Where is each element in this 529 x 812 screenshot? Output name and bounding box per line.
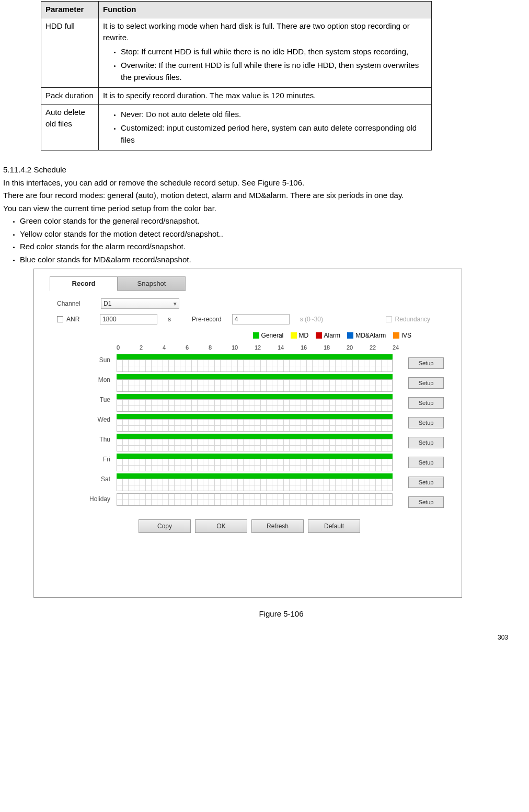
grid-sat[interactable] [117,479,393,491]
legend-general: General [261,331,284,340]
section-number: 5.11.4.2 Schedule [0,164,529,176]
prerecord-range: s (0~30) [300,315,323,324]
section-p2: There are four record modes: general (au… [0,190,529,202]
day-sat: Sat [85,473,117,484]
grid-tue[interactable] [117,399,393,412]
day-tue: Tue [85,394,117,404]
setup-button-wed[interactable]: Setup [408,417,444,428]
grid-wed[interactable] [117,419,393,432]
tick-2: 2 [140,343,163,352]
redundancy-checkbox[interactable] [386,316,392,322]
bar-sat[interactable] [117,473,393,479]
tick-8: 8 [209,343,232,352]
tick-16: 16 [301,343,324,352]
section-b2: Yellow color stands for the motion detec… [20,228,529,240]
tick-10: 10 [232,343,255,352]
legend-ivs: IVS [401,331,411,340]
bar-sun[interactable] [117,354,393,359]
bar-wed[interactable] [117,414,393,419]
day-thu: Thu [85,434,117,444]
day-wed: Wed [85,414,117,424]
parameter-table: Parameter Function HDD full It is to sel… [41,1,432,150]
figure-caption: Figure 5-106 [33,608,529,620]
day-sun: Sun [85,354,117,365]
bar-fri[interactable] [117,454,393,459]
legend-alarm: Alarm [324,331,340,340]
anr-checkbox[interactable] [57,316,63,322]
section-p1: In this interfaces, you can add or remov… [0,177,529,189]
legend: General MD Alarm MD&Alarm IVS [34,331,462,341]
setup-button-fri[interactable]: Setup [408,457,444,468]
grid-thu[interactable] [117,439,393,451]
tab-snapshot[interactable]: Snapshot [118,276,186,291]
legend-sw-mdalarm [347,332,353,339]
grid-holiday[interactable] [117,493,393,506]
legend-sw-alarm [316,332,322,339]
th-function: Function [99,2,432,18]
tick-18: 18 [324,343,347,352]
func-auto-delete-b1: Never: Do not auto delete old files. [121,109,427,121]
channel-select[interactable]: D1 [101,298,179,309]
grid-fri[interactable] [117,459,393,471]
tick-20: 20 [347,343,370,352]
bar-tue[interactable] [117,394,393,399]
func-hdd-full-intro: It is to select working mode when hard d… [103,21,410,42]
func-hdd-full-b2: Overwrite: If the current HDD is full wh… [121,60,427,83]
func-pack-duration: It is to specify record duration. The ma… [99,88,432,105]
setup-button-sun[interactable]: Setup [408,357,444,369]
setup-button-tue[interactable]: Setup [408,397,444,409]
func-auto-delete-b2: Customized: input customized period here… [121,122,427,146]
grid-sun[interactable] [117,359,393,372]
day-mon: Mon [85,374,117,385]
ok-button[interactable]: OK [195,519,247,533]
day-holiday: Holiday [85,493,117,504]
func-hdd-full: It is to select working mode when hard d… [99,18,432,88]
schedule-panel: Record Snapshot Channel D1 ANR 1800 s Pr… [33,269,462,598]
setup-button-holiday[interactable]: Setup [408,496,444,508]
anr-unit: s [168,315,171,324]
prerecord-label: Pre-record [192,315,222,324]
tick-24: 24 [393,343,403,352]
legend-mdalarm: MD&Alarm [355,331,386,340]
legend-md: MD [299,331,309,340]
param-hdd-full: HDD full [41,18,99,88]
section-b3: Red color stands for the alarm record/sn… [20,241,529,253]
section-p3: You can view the current time period set… [0,203,529,215]
tick-22: 22 [370,343,393,352]
legend-sw-general [253,332,259,339]
tick-14: 14 [278,343,301,352]
anr-label: ANR [66,315,100,324]
refresh-button[interactable]: Refresh [251,519,304,533]
legend-sw-ivs [393,332,399,339]
redundancy-label: Redundancy [395,315,430,324]
th-parameter: Parameter [41,2,99,18]
copy-button[interactable]: Copy [139,519,191,533]
tick-0: 0 [117,343,140,352]
tick-4: 4 [163,343,186,352]
page-number: 303 [0,633,529,642]
default-button[interactable]: Default [308,519,360,533]
bar-mon[interactable] [117,374,393,379]
section-b4: Blue color stands for MD&alarm record/sn… [20,254,529,266]
tick-6: 6 [186,343,209,352]
func-hdd-full-b1: Stop: If current HDD is full while there… [121,46,427,58]
section-b1: Green color stands for the general recor… [20,215,529,227]
legend-sw-md [291,332,297,339]
param-pack-duration: Pack duration [41,88,99,105]
tab-record[interactable]: Record [50,276,118,291]
grid-mon[interactable] [117,379,393,392]
day-fri: Fri [85,454,117,464]
setup-button-mon[interactable]: Setup [408,377,444,389]
prerecord-input[interactable]: 4 [232,314,290,324]
param-auto-delete: Auto delete old files [41,104,99,150]
bar-thu[interactable] [117,434,393,439]
channel-label: Channel [57,299,101,308]
anr-input[interactable]: 1800 [100,314,157,324]
tick-12: 12 [255,343,278,352]
func-auto-delete: Never: Do not auto delete old files. Cus… [99,104,432,150]
setup-button-sat[interactable]: Setup [408,477,444,488]
setup-button-thu[interactable]: Setup [408,437,444,448]
